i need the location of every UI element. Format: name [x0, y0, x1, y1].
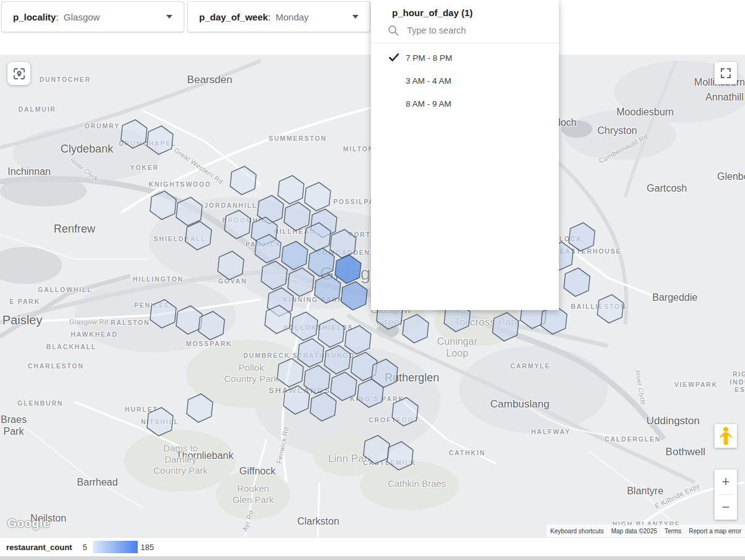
hex-cell[interactable] — [335, 255, 361, 283]
hex-cell[interactable] — [597, 295, 623, 323]
hex-cell[interactable] — [310, 393, 336, 421]
dropdown-search-row — [371, 24, 559, 43]
filter-day-of-week[interactable]: p_day_of_week: Monday — [187, 1, 370, 32]
legend-field-name: restaurant_count — [6, 543, 72, 552]
dashboard: DUNTOCHERBearsdenMollinsburnAnnathillDAL… — [0, 0, 745, 560]
zoom-out-button[interactable]: − — [715, 495, 737, 520]
dropdown-title: p_hour_of_day (1) — [371, 0, 559, 24]
hex-cell[interactable] — [403, 314, 429, 343]
hex-cell[interactable] — [345, 326, 371, 354]
hex-cell[interactable] — [288, 268, 314, 296]
hex-cell[interactable] — [147, 407, 173, 436]
chevron-down-icon — [352, 15, 359, 19]
pegman-icon — [720, 427, 732, 445]
fullscreen-button[interactable] — [715, 62, 737, 84]
zoom-control: + − — [715, 469, 737, 520]
chevron-down-icon — [166, 15, 172, 19]
pegman-button[interactable] — [715, 424, 737, 448]
check-placeholder — [388, 75, 401, 87]
check-placeholder — [388, 98, 401, 110]
dropdown-option-label: 3 AM - 4 AM — [406, 76, 452, 86]
terms-link[interactable]: Terms — [661, 528, 685, 535]
keyboard-shortcuts-link[interactable]: Keyboard shortcuts — [546, 528, 607, 535]
hex-cell[interactable] — [305, 182, 331, 211]
horizontal-scrollbar[interactable] — [0, 556, 745, 560]
map-attribution: Keyboard shortcuts Map data ©2025 Terms … — [546, 525, 745, 537]
hex-cell[interactable] — [392, 398, 418, 426]
hex-cell[interactable] — [121, 120, 147, 148]
dropdown-option[interactable]: 8 AM - 9 AM — [371, 92, 559, 115]
search-icon — [387, 24, 399, 37]
hex-cell[interactable] — [387, 442, 413, 470]
hex-cell[interactable] — [176, 197, 202, 226]
legend-bar: restaurant_count 5 185 — [0, 537, 745, 556]
hex-cell[interactable] — [147, 126, 173, 154]
dropdown-option-label: 7 PM - 8 PM — [406, 53, 452, 63]
hex-cell[interactable] — [277, 358, 303, 387]
my-location-icon — [12, 67, 26, 81]
hex-cell[interactable] — [230, 166, 256, 195]
report-map-error-link[interactable]: Report a map error — [685, 528, 745, 535]
filter-day-label: p_day_of_week — [199, 12, 268, 22]
search-input[interactable] — [406, 25, 532, 36]
hex-cell[interactable] — [341, 282, 367, 310]
filter-locality-value: Glasgow — [64, 12, 100, 22]
hex-cell[interactable] — [315, 275, 341, 303]
hex-cell[interactable] — [185, 221, 212, 250]
filter-locality-label: p_locality — [13, 12, 56, 22]
dropdown-option[interactable]: 3 AM - 4 AM — [371, 69, 559, 92]
hex-cell[interactable] — [304, 365, 330, 394]
hex-cell[interactable] — [324, 345, 350, 374]
filter-separator: : — [268, 12, 273, 22]
hex-cell[interactable] — [564, 268, 590, 296]
hex-cell[interactable] — [261, 261, 287, 290]
check-icon — [388, 52, 401, 64]
hex-cell[interactable] — [569, 223, 595, 251]
hex-cell[interactable] — [330, 229, 356, 258]
hex-cell[interactable] — [150, 300, 176, 328]
filter-day-value: Monday — [275, 12, 308, 22]
hour-of-day-dropdown-panel: p_hour_of_day (1) 7 PM - 8 PM3 AM - 4 AM… — [371, 0, 559, 310]
hex-cell[interactable] — [364, 435, 390, 464]
hex-cell[interactable] — [331, 372, 357, 401]
filter-separator: : — [56, 12, 61, 22]
hex-cell[interactable] — [308, 248, 334, 277]
my-location-button[interactable] — [7, 62, 30, 85]
hex-cell[interactable] — [298, 339, 324, 367]
hex-cell[interactable] — [225, 210, 251, 239]
dropdown-option[interactable]: 7 PM - 8 PM — [371, 47, 559, 69]
zoom-in-button[interactable]: + — [715, 469, 737, 494]
legend-min-value: 5 — [83, 543, 87, 552]
legend-max-value: 185 — [140, 543, 154, 552]
legend-gradient — [93, 541, 138, 553]
hex-cell[interactable] — [187, 394, 213, 422]
hex-cell[interactable] — [150, 191, 176, 220]
hex-cell[interactable] — [278, 176, 304, 204]
google-logo[interactable]: Google — [7, 517, 50, 530]
hex-cell[interactable] — [318, 319, 344, 347]
hex-cell[interactable] — [292, 312, 318, 340]
hex-cell[interactable] — [282, 241, 308, 270]
hex-cell[interactable] — [283, 386, 310, 414]
hour-options-list: 7 PM - 8 PM3 AM - 4 AM8 AM - 9 AM — [371, 43, 559, 115]
hex-cell[interactable] — [493, 313, 519, 341]
hex-cell[interactable] — [218, 251, 244, 280]
hex-cell[interactable] — [284, 202, 310, 231]
fullscreen-icon — [720, 68, 731, 79]
map-data-text: Map data ©2025 — [607, 528, 661, 535]
filter-locality[interactable]: p_locality: Glasgow — [1, 1, 184, 32]
dropdown-option-label: 8 AM - 9 AM — [406, 99, 452, 109]
